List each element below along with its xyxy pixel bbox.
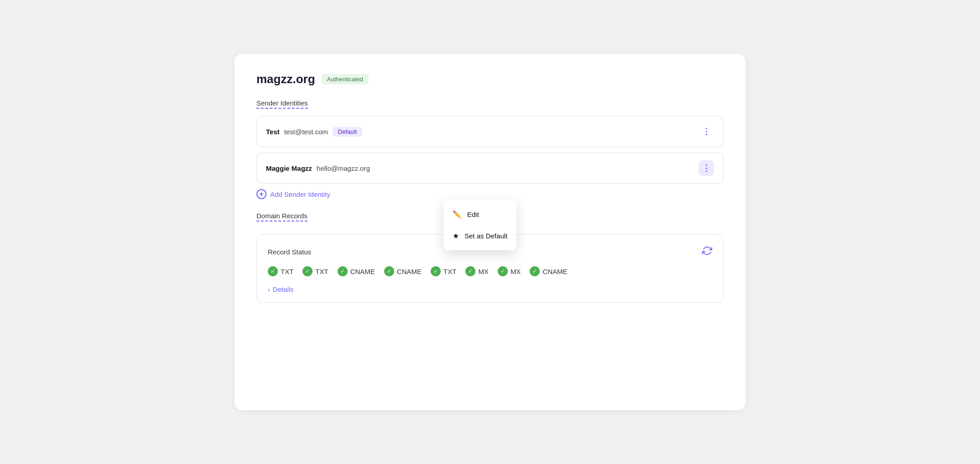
record-type-1: TXT <box>315 268 328 275</box>
record-type-0: TXT <box>281 268 293 275</box>
check-icon-5: ✓ <box>465 266 475 276</box>
identity-menu-button-2[interactable]: ⋮ <box>699 160 714 176</box>
record-chip-0: ✓ TXT <box>268 266 293 276</box>
main-card: magzz.org Authenticated Sender Identitie… <box>235 54 745 410</box>
record-chip-5: ✓ MX <box>465 266 489 276</box>
record-chip-6: ✓ MX <box>498 266 521 276</box>
record-type-2: CNAME <box>350 268 375 275</box>
dropdown-item-set-default[interactable]: ★ Set as Default <box>443 225 516 247</box>
dropdown-item-edit-label: Edit <box>467 211 479 218</box>
check-icon-2: ✓ <box>338 266 348 276</box>
identity-card-2: Maggie Magzz hello@magzz.org ⋮ <box>256 153 724 184</box>
record-type-4: TXT <box>443 268 456 275</box>
domain-name: magzz.org <box>256 72 315 86</box>
context-dropdown-menu: ✏️ Edit ★ Set as Default <box>443 200 516 250</box>
chevron-right-icon: › <box>268 286 270 293</box>
record-chip-7: ✓ CNAME <box>530 266 567 276</box>
plus-icon: + <box>256 189 266 199</box>
domain-records-title: Domain Records <box>256 212 308 221</box>
record-type-6: MX <box>511 268 521 275</box>
details-label: Details <box>273 285 294 293</box>
refresh-icon[interactable] <box>702 246 712 258</box>
identity-name-2: Maggie Magzz <box>266 164 312 172</box>
record-type-5: MX <box>478 268 489 275</box>
details-button[interactable]: › Details <box>268 285 294 293</box>
identity-email-2: hello@magzz.org <box>317 164 370 172</box>
default-badge-1: Default <box>333 127 362 137</box>
identity-info-1: Test test@test.com Default <box>266 127 362 137</box>
record-status-title: Record Status <box>268 248 311 256</box>
domain-header: magzz.org Authenticated <box>256 72 724 86</box>
check-icon-6: ✓ <box>498 266 508 276</box>
record-chip-3: ✓ CNAME <box>384 266 422 276</box>
check-icon-4: ✓ <box>431 266 441 276</box>
identity-card-1: Test test@test.com Default ⋮ <box>256 116 724 147</box>
star-icon: ★ <box>453 232 459 240</box>
sender-identities-title: Sender Identities <box>256 99 308 109</box>
record-chip-2: ✓ CNAME <box>338 266 375 276</box>
record-chip-1: ✓ TXT <box>302 266 328 276</box>
record-type-3: CNAME <box>397 268 422 275</box>
pencil-icon: ✏️ <box>453 210 462 219</box>
check-icon-3: ✓ <box>384 266 394 276</box>
check-icon-0: ✓ <box>268 266 278 276</box>
check-icon-1: ✓ <box>302 266 313 276</box>
record-type-7: CNAME <box>542 268 567 275</box>
identity-info-2: Maggie Magzz hello@magzz.org <box>266 164 370 172</box>
auth-badge: Authenticated <box>322 74 369 84</box>
identity-name-1: Test <box>266 128 280 136</box>
identity-menu-button-1[interactable]: ⋮ <box>699 124 714 139</box>
add-identity-label: Add Sender Identity <box>270 190 330 198</box>
record-chip-4: ✓ TXT <box>431 266 456 276</box>
sender-identities-section: Sender Identities Test test@test.com Def… <box>256 99 724 199</box>
record-chips: ✓ TXT ✓ TXT ✓ CNAME ✓ CNAME ✓ TXT <box>268 266 712 276</box>
identity-email-1: test@test.com <box>284 128 328 136</box>
add-sender-identity-button[interactable]: + Add Sender Identity <box>256 189 330 199</box>
check-icon-7: ✓ <box>530 266 540 276</box>
dropdown-item-set-default-label: Set as Default <box>464 232 507 240</box>
dropdown-item-edit[interactable]: ✏️ Edit <box>443 204 516 225</box>
